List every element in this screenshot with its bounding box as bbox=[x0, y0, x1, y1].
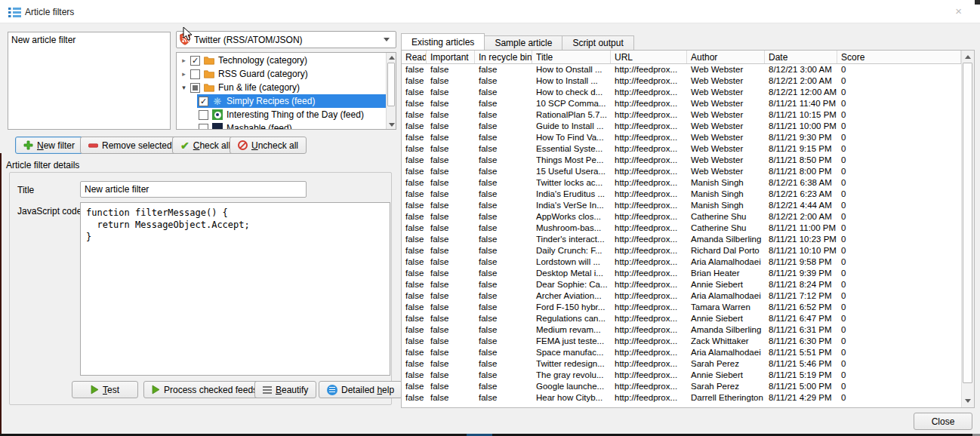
tree-item-simply-recipes[interactable]: ✓ ❋ Simply Recipes (feed) bbox=[177, 94, 386, 108]
table-cell: 8/11/21 5:00 PM bbox=[765, 381, 837, 392]
tab-existing-articles[interactable]: Existing articles bbox=[401, 33, 485, 50]
table-cell: 8/11/21 10:23 PM bbox=[765, 234, 837, 245]
table-row[interactable]: falsefalsefalseFEMA just teste...http://… bbox=[402, 336, 961, 347]
tree-item-technology[interactable]: ▸ ✓ Technology (category) bbox=[177, 54, 386, 67]
table-cell: 8/12/21 12:00 AM bbox=[765, 87, 837, 98]
table-cell: false bbox=[475, 381, 532, 392]
articles-table-header: ReadImportantIn recycle binTitleURLAutho… bbox=[402, 51, 961, 64]
table-row[interactable]: falsefalsefalseEssential Syste...http://… bbox=[402, 143, 961, 155]
tree-item-rss-guard[interactable]: ▸ RSS Guard (category) bbox=[177, 67, 386, 81]
scroll-down-icon[interactable] bbox=[387, 120, 396, 129]
checkbox-unchecked[interactable] bbox=[190, 69, 200, 79]
table-row[interactable]: falsefalsefalseFord F-150 hybr...http://… bbox=[402, 302, 961, 313]
tab-script-output[interactable]: Script output bbox=[562, 35, 633, 50]
table-cell: false bbox=[402, 98, 427, 109]
chevron-down-icon[interactable] bbox=[384, 38, 390, 41]
process-checked-feeds-button[interactable]: Process checked feeds bbox=[143, 381, 266, 398]
column-header[interactable]: Author bbox=[687, 51, 765, 63]
table-row[interactable]: falsefalsefalseThe gray revolu...http://… bbox=[402, 370, 961, 381]
table-cell: Aria Alamalhodaei bbox=[687, 290, 765, 302]
scrollbar-thumb[interactable] bbox=[387, 63, 395, 106]
expand-arrow-icon[interactable]: ▸ bbox=[179, 70, 189, 78]
table-row[interactable]: falsefalsefalseRegulations can...http://… bbox=[402, 313, 961, 324]
column-header[interactable]: Date bbox=[765, 51, 837, 63]
table-row[interactable]: falsefalsefalseHow To Find Va...http://f… bbox=[402, 132, 961, 143]
table-row[interactable]: falsefalsefalseIndia's VerSe In...http:/… bbox=[402, 200, 961, 211]
table-row[interactable]: falsefalsefalse15 Useful Usera...http://… bbox=[402, 166, 961, 177]
beautify-label: Beautify bbox=[276, 385, 308, 395]
table-row[interactable]: falsefalsefalseHow to Onstall ...http://… bbox=[402, 64, 961, 75]
checkbox-checked[interactable]: ✓ bbox=[190, 56, 200, 66]
expand-arrow-icon[interactable]: ▸ bbox=[179, 57, 189, 64]
tree-item-label: Interesting Thing of the Day (feed) bbox=[227, 109, 364, 120]
table-cell: India's Eruditus ... bbox=[532, 189, 611, 200]
scroll-up-icon[interactable] bbox=[387, 53, 396, 62]
detailed-help-button[interactable]: Detailed help bbox=[319, 381, 402, 398]
table-row[interactable]: falsefalsefalseHow to Install ...http://… bbox=[402, 75, 961, 87]
table-row[interactable]: falsefalsefalseDesktop Metal i...http://… bbox=[402, 268, 961, 279]
new-filter-button[interactable]: New filter bbox=[15, 137, 83, 154]
column-header[interactable]: Read bbox=[402, 51, 427, 63]
table-row[interactable]: falsefalsefalseArcher Aviation...http://… bbox=[402, 290, 961, 302]
table-row[interactable]: falsefalsefalseHear how Cityb...http://f… bbox=[402, 392, 961, 404]
checkbox-partial[interactable] bbox=[190, 83, 200, 93]
table-row[interactable]: falsefalsefalseTwitter locks ac...http:/… bbox=[402, 177, 961, 189]
close-button[interactable]: Close bbox=[914, 413, 972, 430]
tab-sample-article[interactable]: Sample article bbox=[485, 35, 562, 50]
column-header[interactable]: Title bbox=[532, 51, 611, 63]
scroll-up-icon[interactable] bbox=[962, 51, 974, 63]
table-row[interactable]: falsefalsefalseHow to check d...http://f… bbox=[402, 87, 961, 98]
title-bar: Article filters × bbox=[0, 0, 980, 23]
table-row[interactable]: falsefalsefalseTinder's interact...http:… bbox=[402, 234, 961, 245]
test-button[interactable]: Test bbox=[72, 381, 138, 398]
table-row[interactable]: falsefalsefalseLordstown will ...http://… bbox=[402, 256, 961, 268]
tree-scrollbar[interactable] bbox=[386, 53, 396, 129]
table-row[interactable]: falsefalsefalseDear Sophie: Ca...http://… bbox=[402, 279, 961, 290]
table-cell: false bbox=[427, 290, 475, 302]
table-scrollbar[interactable] bbox=[961, 51, 974, 407]
table-cell: 8/11/21 6:47 PM bbox=[765, 313, 837, 324]
account-combobox[interactable]: Twitter (RSS/ATOM/JSON) bbox=[176, 31, 396, 48]
table-cell: 0 bbox=[837, 324, 961, 336]
table-row[interactable]: falsefalsefalseGuide to Install ...http:… bbox=[402, 121, 961, 132]
checkbox-unchecked[interactable] bbox=[199, 124, 208, 130]
scroll-down-icon[interactable] bbox=[962, 395, 974, 407]
checkbox-unchecked[interactable] bbox=[199, 110, 208, 120]
check-all-button[interactable]: ✔ Check all bbox=[172, 137, 239, 154]
table-row[interactable]: falsefalsefalseIndia's Eruditus ...http:… bbox=[402, 189, 961, 200]
folder-icon bbox=[204, 82, 214, 93]
tree-item-mashable[interactable]: m Mashable (feed) bbox=[177, 121, 386, 130]
table-row[interactable]: falsefalsefalseRationalPlan 5.7...http:/… bbox=[402, 109, 961, 121]
uncheck-all-button[interactable]: Uncheck all bbox=[230, 137, 307, 154]
tree-item-fun-life[interactable]: ▾ Fun & life (category) bbox=[177, 81, 386, 94]
collapse-arrow-icon[interactable]: ▾ bbox=[179, 84, 189, 91]
beautify-button[interactable]: Beautify bbox=[254, 381, 316, 398]
column-header[interactable]: In recycle bin bbox=[475, 51, 532, 63]
table-row[interactable]: falsefalsefalseMushroom-bas...http://fee… bbox=[402, 223, 961, 234]
window-close-icon[interactable]: × bbox=[955, 5, 962, 17]
column-header[interactable]: Score bbox=[837, 51, 961, 63]
remove-selected-button[interactable]: Remove selected bbox=[80, 137, 180, 154]
tree-item-interesting-thing[interactable]: Interesting Thing of the Day (feed) bbox=[177, 108, 386, 121]
column-header[interactable]: Important bbox=[427, 51, 475, 63]
table-row[interactable]: falsefalsefalseMedium revam...http://fee… bbox=[402, 324, 961, 336]
table-row[interactable]: falsefalsefalseGoogle launche...http://f… bbox=[402, 381, 961, 392]
table-cell: 8/11/21 8:50 PM bbox=[765, 155, 837, 166]
table-row[interactable]: falsefalsefalseTwitter redesign...http:/… bbox=[402, 358, 961, 370]
table-cell: http://feedprox... bbox=[611, 200, 687, 211]
table-row[interactable]: falsefalsefalseDaily Crunch: F...http://… bbox=[402, 245, 961, 256]
feeds-tree[interactable]: ▸ ✓ Technology (category) ▸ RSS Guard (c… bbox=[176, 52, 396, 130]
table-row[interactable]: falsefalsefalseAppWorks clos...http://fe… bbox=[402, 211, 961, 223]
table-row[interactable]: falsefalsefalse10 SCP Comma...http://fee… bbox=[402, 98, 961, 109]
checkbox-checked[interactable]: ✓ bbox=[199, 97, 208, 106]
column-header[interactable]: URL bbox=[611, 51, 687, 63]
filters-list[interactable]: New article filter bbox=[8, 32, 171, 130]
filter-list-item[interactable]: New article filter bbox=[8, 32, 170, 48]
title-input[interactable]: New article filter bbox=[80, 181, 307, 198]
table-cell: Aria Alamalhodaei bbox=[687, 256, 765, 268]
table-cell: false bbox=[475, 64, 532, 75]
table-row[interactable]: falsefalsefalseThings Most Pe...http://f… bbox=[402, 155, 961, 166]
js-code-editor[interactable]: function filterMessage() { return Messag… bbox=[80, 202, 390, 376]
scrollbar-thumb[interactable] bbox=[963, 63, 972, 383]
table-row[interactable]: falsefalsefalseSpace manufac...http://fe… bbox=[402, 347, 961, 358]
